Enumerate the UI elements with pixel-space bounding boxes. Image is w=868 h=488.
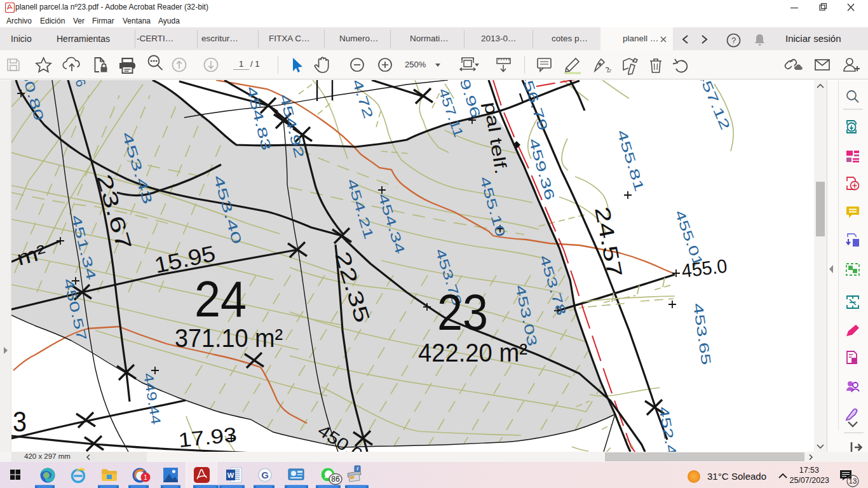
svg-text:17:53: 17:53 xyxy=(799,466,819,475)
svg-text:Soleado: Soleado xyxy=(731,471,766,482)
svg-text:1: 1 xyxy=(144,473,147,481)
svg-text:G: G xyxy=(261,470,269,480)
svg-text:?: ? xyxy=(731,36,736,45)
svg-text:25/07/2023: 25/07/2023 xyxy=(789,476,829,485)
svg-text:31°C: 31°C xyxy=(707,471,729,482)
svg-text:13: 13 xyxy=(849,477,857,485)
svg-text:W: W xyxy=(227,471,234,479)
svg-text:86: 86 xyxy=(331,475,340,484)
